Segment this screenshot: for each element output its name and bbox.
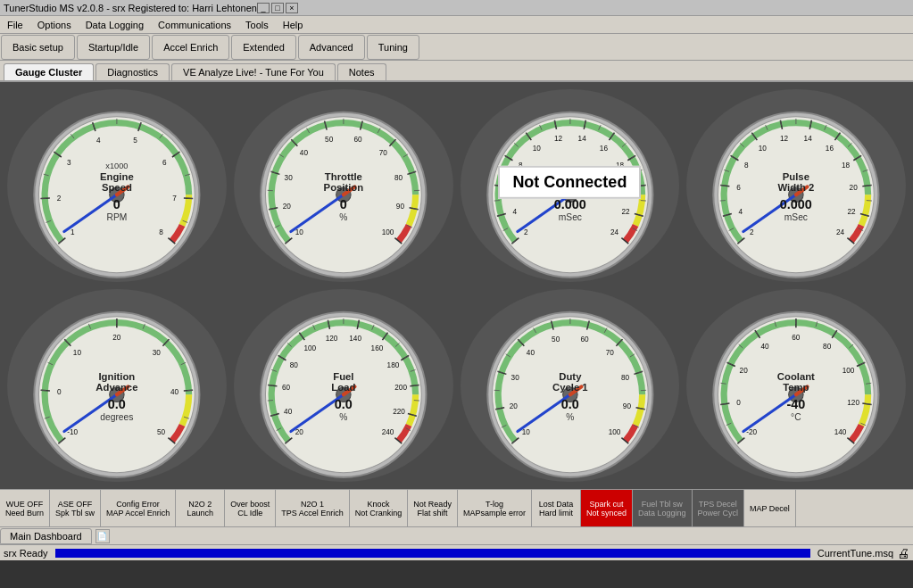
svg-text:40: 40 bbox=[761, 343, 770, 351]
svg-text:100: 100 bbox=[303, 344, 316, 352]
svg-text:5: 5 bbox=[133, 137, 137, 145]
toolbar-btn-extended[interactable]: Extended bbox=[231, 35, 295, 60]
toolbar-btn-accel-enrich[interactable]: Accel Enrich bbox=[152, 35, 229, 60]
svg-text:0: 0 bbox=[340, 197, 347, 211]
svg-text:10: 10 bbox=[73, 349, 82, 357]
title-bar-text: TunerStudio MS v2.0.8 - srx Registered t… bbox=[4, 3, 257, 13]
svg-text:120: 120 bbox=[325, 335, 337, 343]
svg-text:22: 22 bbox=[848, 208, 857, 216]
svg-text:90: 90 bbox=[396, 203, 405, 211]
gauge-area: 12345678x1000EngineSpeed0RPM102030405060… bbox=[0, 82, 913, 489]
svg-text:Pulse: Pulse bbox=[783, 171, 809, 182]
svg-text:10: 10 bbox=[295, 228, 303, 236]
svg-text:16: 16 bbox=[599, 145, 608, 153]
tab-diagnostics[interactable]: Diagnostics bbox=[95, 63, 170, 80]
svg-text:100: 100 bbox=[608, 428, 620, 436]
svg-text:%: % bbox=[339, 212, 347, 222]
menu-item-communications[interactable]: Communications bbox=[154, 18, 235, 32]
footer-icon[interactable]: 📄 bbox=[95, 529, 110, 543]
toolbar-btn-basic-setup[interactable]: Basic setup bbox=[1, 35, 75, 60]
svg-text:mSec: mSec bbox=[784, 212, 808, 222]
svg-text:50: 50 bbox=[325, 136, 334, 144]
svg-text:2: 2 bbox=[57, 195, 62, 203]
svg-text:240: 240 bbox=[381, 428, 394, 436]
svg-text:Throttle: Throttle bbox=[325, 171, 362, 182]
svg-text:0.000: 0.000 bbox=[780, 197, 812, 211]
svg-text:Advance: Advance bbox=[95, 382, 137, 393]
svg-text:120: 120 bbox=[848, 399, 860, 407]
gauge-pulse-width-1: 24681012141618202224PulseWidth 10.000mSe… bbox=[461, 89, 680, 282]
progress-bar bbox=[55, 549, 810, 558]
svg-text:60: 60 bbox=[793, 334, 801, 342]
status-item-knock: KnockNot Cranking bbox=[350, 490, 409, 526]
footer-bar: Main Dashboard 📄 bbox=[0, 526, 913, 544]
status-item-spark-cut: Spark cutNot synced bbox=[581, 490, 633, 526]
svg-text:18: 18 bbox=[842, 161, 851, 170]
svg-text:1: 1 bbox=[71, 228, 75, 236]
svg-text:12: 12 bbox=[780, 135, 789, 143]
toolbar-btn-tuning[interactable]: Tuning bbox=[367, 35, 419, 60]
svg-text:70: 70 bbox=[605, 349, 614, 357]
svg-text:8: 8 bbox=[518, 161, 522, 170]
svg-text:6: 6 bbox=[162, 159, 167, 167]
svg-text:Load: Load bbox=[331, 382, 355, 393]
svg-text:220: 220 bbox=[393, 408, 405, 416]
svg-text:30: 30 bbox=[510, 374, 519, 382]
svg-text:40: 40 bbox=[526, 349, 535, 357]
svg-text:0.0: 0.0 bbox=[108, 397, 126, 411]
svg-text:200: 200 bbox=[394, 384, 407, 392]
svg-text:Cycle 1: Cycle 1 bbox=[552, 382, 588, 393]
svg-text:0: 0 bbox=[113, 197, 120, 211]
svg-text:6: 6 bbox=[510, 184, 515, 192]
menu-item-tools[interactable]: Tools bbox=[242, 18, 272, 32]
svg-text:20: 20 bbox=[112, 334, 121, 342]
gauge-fuel-load: 20406080100120140160180200220240FuelLoad… bbox=[234, 289, 453, 482]
status-line: srx Ready CurrentTune.msq 🖨 bbox=[0, 544, 913, 560]
svg-text:50: 50 bbox=[552, 335, 560, 344]
svg-text:70: 70 bbox=[379, 149, 388, 157]
status-item-n2o-2: N2O 2Launch bbox=[176, 490, 225, 526]
minimize-button[interactable]: _ bbox=[257, 3, 270, 13]
svg-text:Position: Position bbox=[323, 182, 363, 193]
svg-text:Fuel: Fuel bbox=[333, 371, 353, 382]
tab-gauge-cluster[interactable]: Gauge Cluster bbox=[4, 63, 94, 80]
svg-text:8: 8 bbox=[159, 228, 163, 236]
svg-text:140: 140 bbox=[834, 428, 847, 436]
status-item-config-error: Config ErrorMAP Accel Enrich bbox=[101, 490, 176, 526]
menu-item-file[interactable]: File bbox=[4, 18, 27, 32]
svg-text:RPM: RPM bbox=[106, 212, 127, 222]
tab-bar: Gauge ClusterDiagnosticsVE Analyze Live!… bbox=[0, 61, 913, 82]
maximize-button[interactable]: □ bbox=[271, 3, 284, 13]
svg-text:80: 80 bbox=[289, 361, 298, 369]
svg-text:Coolant: Coolant bbox=[777, 371, 815, 382]
status-item-over-boost: Over boostCL Idle bbox=[225, 490, 276, 526]
svg-text:10: 10 bbox=[759, 145, 768, 153]
close-button[interactable]: × bbox=[286, 3, 298, 13]
svg-text:30: 30 bbox=[284, 174, 293, 182]
svg-text:%: % bbox=[566, 412, 574, 422]
menu-item-data-logging[interactable]: Data Logging bbox=[82, 18, 147, 32]
svg-text:14: 14 bbox=[577, 135, 586, 143]
svg-text:24: 24 bbox=[610, 228, 618, 236]
tab-notes[interactable]: Notes bbox=[337, 63, 386, 80]
toolbar-btn-advanced[interactable]: Advanced bbox=[298, 35, 365, 60]
svg-text:8: 8 bbox=[744, 161, 749, 170]
svg-text:20: 20 bbox=[850, 184, 859, 192]
title-bar-buttons: _ □ × bbox=[257, 3, 298, 13]
status-item-fuel-tbl-sw: Fuel Tbl swData Logging bbox=[633, 490, 693, 526]
svg-text:60: 60 bbox=[282, 384, 291, 392]
svg-text:-40: -40 bbox=[787, 397, 806, 411]
svg-text:60: 60 bbox=[580, 335, 589, 344]
svg-text:10: 10 bbox=[521, 428, 530, 436]
toolbar-btn-startup/idle[interactable]: Startup/Idle bbox=[77, 35, 150, 60]
tab-ve-analyze-live---tune-for-you[interactable]: VE Analyze Live! - Tune For You bbox=[171, 63, 336, 80]
svg-text:180: 180 bbox=[386, 361, 399, 369]
menu-item-help[interactable]: Help bbox=[279, 18, 307, 32]
menu-item-options[interactable]: Options bbox=[34, 18, 75, 32]
gauge-pulse-width-2: 24681012141618202224PulseWidth 20.000mSe… bbox=[686, 89, 906, 282]
svg-text:Width 1: Width 1 bbox=[552, 182, 588, 193]
main-dashboard-tab[interactable]: Main Dashboard bbox=[0, 528, 92, 544]
svg-text:°C: °C bbox=[791, 412, 801, 422]
svg-text:3: 3 bbox=[67, 159, 71, 167]
svg-text:100: 100 bbox=[381, 228, 394, 236]
